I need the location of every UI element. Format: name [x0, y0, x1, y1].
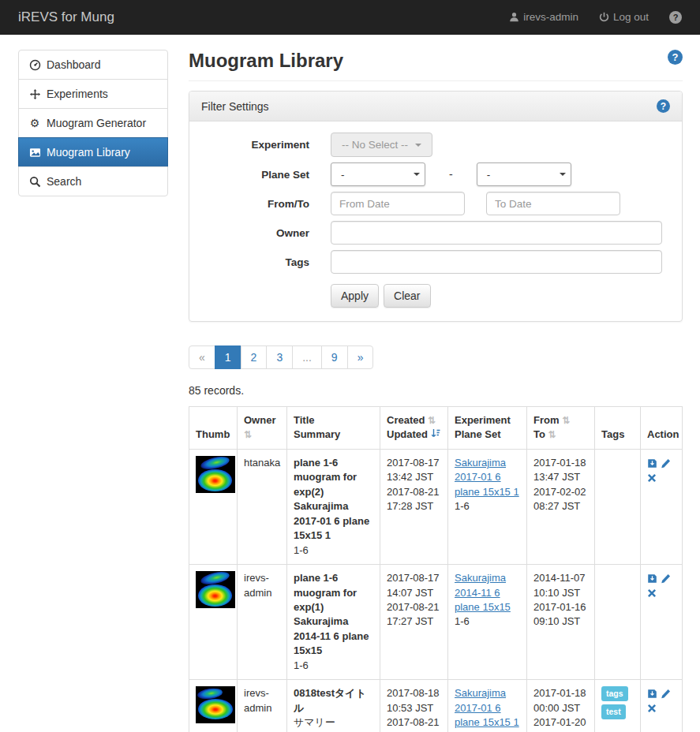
chevron-down-icon: [560, 173, 566, 176]
tags-cell: [595, 565, 641, 680]
action-cell: [641, 680, 683, 732]
filter-panel-heading: Filter Settings ?: [189, 92, 682, 121]
muogram-summary: 1-6: [294, 659, 373, 673]
tags-input[interactable]: [331, 250, 662, 274]
clear-button[interactable]: Clear: [384, 284, 430, 308]
sidebar-item-dashboard[interactable]: Dashboard: [18, 50, 168, 80]
created-updated-cell: 2017-08-17 13:42 JST 2017-08-21 17:28 JS…: [380, 449, 448, 564]
save-file-icon[interactable]: [647, 572, 661, 584]
sort-icon[interactable]: ⇅: [428, 415, 436, 426]
tags-row: Tags: [201, 250, 670, 274]
from-date-input[interactable]: [331, 192, 465, 215]
filter-panel-title: Filter Settings: [201, 100, 269, 113]
page-help-icon[interactable]: ?: [668, 50, 683, 65]
pagination-item[interactable]: 9: [321, 345, 348, 369]
experiment-row: Experiment -- No Select --: [201, 133, 670, 157]
experiment-link[interactable]: Sakurajima 2014-11 6 plane 15x15: [455, 572, 511, 613]
owner-input[interactable]: [331, 221, 662, 245]
table-row: htanaka plane 1-6 muogram for exp(2) Sak…: [189, 449, 683, 564]
muogram-title: 0818testタイトル: [294, 686, 373, 715]
navbar: iREVS for Mung irevs-admin Log out ?: [0, 0, 700, 35]
owner-cell: irevs-admin: [244, 572, 271, 598]
edit-pencil-icon[interactable]: [661, 572, 671, 584]
experiment-link[interactable]: Sakurajima 2017-01 6 plane 15x15 1: [455, 457, 519, 498]
experiments-icon: [28, 88, 41, 100]
fromto-label: From/To: [201, 198, 331, 210]
muogram-summary: 1-6: [294, 543, 373, 558]
save-file-icon[interactable]: [647, 457, 661, 469]
planeset-select-start-value: -: [341, 169, 345, 181]
table-row: irevs-admin 0818testタイトル サマリー 2017-08-18…: [189, 680, 683, 732]
page: iREVS for Mung irevs-admin Log out ? Das…: [0, 0, 700, 732]
owner-cell: htanaka: [244, 457, 280, 469]
pagination-item[interactable]: 1: [215, 345, 241, 369]
planeset-select-start[interactable]: -: [331, 162, 425, 186]
muogram-thumbnail[interactable]: [196, 571, 235, 608]
experiment-dropdown-value: -- No Select --: [342, 139, 408, 151]
user-menu[interactable]: irevs-admin: [509, 11, 578, 23]
muogram-summary: サマリー: [294, 715, 373, 730]
sort-icon[interactable]: ⇅: [562, 415, 570, 426]
sidebar-item-muogram-library[interactable]: Muogram Library: [18, 137, 168, 167]
pagination-item[interactable]: 2: [241, 345, 268, 369]
sidebar-menu: DashboardExperiments⚙Muogram GeneratorMu…: [18, 50, 168, 196]
app-brand[interactable]: iREVS for Mung: [18, 9, 114, 25]
records-count: 85 records.: [189, 384, 683, 397]
delete-x-icon[interactable]: [647, 587, 657, 599]
sidebar-item-experiments[interactable]: Experiments: [18, 79, 168, 109]
delete-x-icon[interactable]: [647, 702, 657, 714]
planeset-label: Plane Set: [201, 169, 331, 181]
planeset-separator: -: [449, 168, 453, 181]
delete-x-icon[interactable]: [647, 471, 657, 483]
muogram-thumbnail[interactable]: [196, 686, 235, 723]
search-icon: [28, 176, 41, 188]
sidebar-item-label: Dashboard: [47, 58, 101, 71]
sort-icon[interactable]: ⇅: [244, 429, 252, 440]
main: Muogram Library ? Filter Settings ? Expe…: [189, 50, 683, 732]
header-title-summary: Title Summary: [287, 407, 380, 450]
image-icon: [28, 147, 41, 159]
logout-button[interactable]: Log out: [599, 11, 649, 23]
gear-icon: ⚙: [28, 117, 41, 129]
header-action: Action: [641, 407, 683, 450]
filter-buttons-row: Apply Clear: [201, 284, 670, 308]
user-name: irevs-admin: [523, 11, 578, 23]
sidebar: DashboardExperiments⚙Muogram GeneratorMu…: [18, 50, 168, 732]
tag-badge: tags: [601, 686, 628, 701]
sidebar-item-label: Muogram Generator: [47, 117, 146, 129]
sort-desc-active-icon[interactable]: [431, 428, 440, 440]
header-thumb: Thumb: [189, 407, 238, 450]
header-owner: Owner ⇅: [238, 407, 287, 450]
tags-cell: tagstest: [595, 680, 641, 732]
apply-button[interactable]: Apply: [331, 284, 379, 308]
sidebar-item-search[interactable]: Search: [18, 166, 168, 196]
edit-pencil-icon[interactable]: [661, 687, 671, 699]
planeset-select-end[interactable]: -: [477, 162, 571, 186]
help-icon[interactable]: ?: [669, 11, 682, 24]
tags-label: Tags: [201, 256, 331, 268]
pagination-item[interactable]: »: [347, 345, 374, 369]
content: DashboardExperiments⚙Muogram GeneratorMu…: [0, 35, 700, 732]
experiment-link[interactable]: Sakurajima 2017-01 6 plane 15x15 1: [455, 687, 519, 728]
planeset-row: Plane Set - - -: [201, 162, 670, 186]
to-date-input[interactable]: [486, 192, 620, 215]
plane-set-value: 1-6: [455, 499, 520, 514]
pagination-item: ...: [292, 345, 322, 369]
plane-set-value: 1-6: [455, 614, 520, 629]
filter-help-icon[interactable]: ?: [657, 99, 670, 113]
fromto-row: From/To: [201, 192, 670, 215]
header-created-updated: Created ⇅ Updated: [380, 407, 448, 450]
edit-pencil-icon[interactable]: [661, 457, 671, 469]
muogram-thumbnail[interactable]: [196, 456, 235, 493]
sort-icon[interactable]: ⇅: [548, 429, 556, 440]
sidebar-item-label: Search: [47, 175, 81, 188]
save-file-icon[interactable]: [647, 687, 661, 699]
page-title: Muogram Library: [189, 50, 343, 72]
experiment-dropdown[interactable]: -- No Select --: [331, 133, 432, 157]
pagination-item[interactable]: 3: [266, 345, 293, 369]
dashboard-icon: [28, 59, 41, 71]
sidebar-item-muogram-generator[interactable]: ⚙Muogram Generator: [18, 108, 168, 138]
experiment-label: Experiment: [201, 139, 331, 151]
logout-label: Log out: [613, 11, 649, 23]
filter-panel-body: Experiment -- No Select -- Plane Set - -: [189, 121, 682, 321]
